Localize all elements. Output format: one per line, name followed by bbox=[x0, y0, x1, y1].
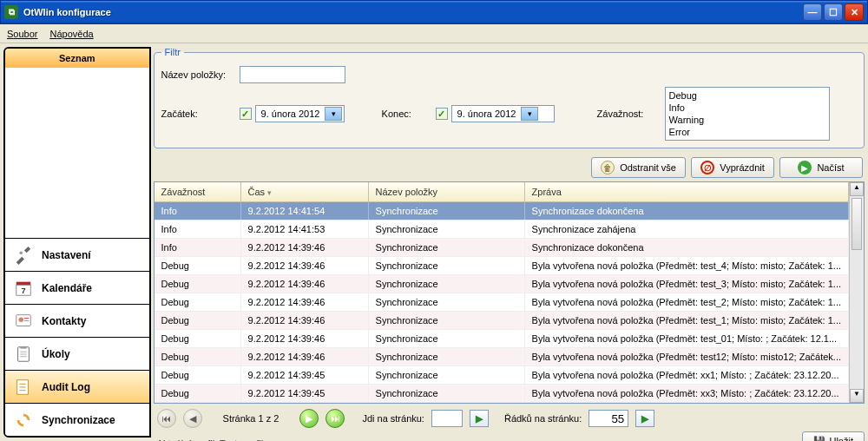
delete-all-button[interactable]: 🗑 Odstranit vše bbox=[591, 157, 686, 178]
pager-goto-button[interactable]: ▶ bbox=[470, 410, 489, 427]
cell-time: 9.2.2012 14:39:46 bbox=[241, 312, 369, 329]
filter-legend: Filtr bbox=[161, 47, 184, 57]
filter-name-input[interactable] bbox=[240, 66, 345, 83]
filter-end-value: 9. února 2012 bbox=[457, 109, 516, 119]
close-button[interactable]: ✕ bbox=[845, 3, 864, 21]
main: Filtr Název položky: Začátek: ✓ 9. února… bbox=[154, 47, 865, 438]
svg-rect-4 bbox=[16, 314, 31, 326]
pager-goto-input[interactable] bbox=[431, 410, 463, 427]
button-label: Odstranit vše bbox=[620, 162, 676, 173]
sidebar-item-nastaveni[interactable]: Nastavení bbox=[5, 238, 149, 271]
sidebar-item-kontakty[interactable]: Kontakty bbox=[5, 304, 149, 337]
sidebar-item-ukoly[interactable]: Úkoly bbox=[5, 337, 149, 370]
vertical-scrollbar[interactable]: ▲ ▼ bbox=[849, 182, 864, 403]
pager-rows-button[interactable]: ▶ bbox=[635, 410, 654, 427]
filter-severity-list[interactable]: Debug Info Warning Error bbox=[665, 87, 830, 141]
svg-text:7: 7 bbox=[21, 286, 25, 294]
table-row[interactable]: Debug9.2.2012 14:39:46SynchronizaceByla … bbox=[155, 293, 849, 312]
titlebar: ⧉ OtWlin konfigurace — ☐ ✕ bbox=[0, 0, 868, 24]
cell-message: Byla vytvořena nová položka (Předmět: te… bbox=[525, 330, 849, 347]
sync-icon bbox=[14, 411, 33, 430]
save-icon: 💾 bbox=[813, 436, 825, 442]
filter-severity-label: Závažnost: bbox=[597, 109, 665, 119]
filter-end-checkbox[interactable]: ✓ bbox=[436, 108, 448, 120]
sidebar-header[interactable]: Seznam bbox=[5, 49, 149, 68]
cell-message: Synchronizace dokončena bbox=[525, 202, 849, 220]
dropdown-icon[interactable]: ▾ bbox=[521, 107, 538, 121]
filter-name-label: Název položky: bbox=[161, 69, 240, 80]
cell-time: 9.2.2012 14:39:46 bbox=[241, 275, 369, 293]
table-row[interactable]: Debug9.2.2012 14:39:46SynchronizaceByla … bbox=[155, 330, 849, 348]
maximize-button[interactable]: ☐ bbox=[824, 3, 843, 21]
trash-icon: 🗑 bbox=[601, 161, 615, 174]
sidebar-item-label: Audit Log bbox=[42, 381, 90, 393]
load-button[interactable]: ▶ Načíst bbox=[779, 157, 863, 178]
scroll-up-icon[interactable]: ▲ bbox=[850, 182, 864, 196]
filter-start-checkbox[interactable]: ✓ bbox=[240, 108, 252, 120]
severity-option[interactable]: Debug bbox=[669, 89, 825, 102]
scroll-thumb[interactable] bbox=[852, 198, 862, 250]
dropdown-icon[interactable]: ▾ bbox=[325, 107, 342, 121]
save-button[interactable]: 💾 Uložit bbox=[802, 431, 865, 441]
col-name[interactable]: Název položky bbox=[369, 182, 525, 201]
sidebar-item-kalendare[interactable]: 7 Kalendáře bbox=[5, 271, 149, 304]
contact-icon bbox=[14, 312, 33, 331]
table-row[interactable]: Debug9.2.2012 14:39:46SynchronizaceByla … bbox=[155, 257, 849, 275]
sidebar-item-synchronizace[interactable]: Synchronizace bbox=[5, 403, 149, 436]
severity-option[interactable]: Error bbox=[669, 126, 825, 138]
table-row[interactable]: Debug9.2.2012 14:39:46SynchronizaceByla … bbox=[155, 312, 849, 330]
sidebar-item-label: Kontakty bbox=[42, 315, 86, 327]
col-message[interactable]: Zpráva bbox=[525, 182, 849, 201]
filter-end-date[interactable]: 9. února 2012 ▾ bbox=[451, 105, 556, 122]
cell-name: Synchronizace bbox=[369, 348, 525, 365]
sidebar-item-label: Kalendáře bbox=[42, 282, 92, 294]
menubar: Soubor Nápověda bbox=[0, 24, 868, 43]
cell-name: Synchronizace bbox=[369, 366, 525, 384]
minimize-button[interactable]: — bbox=[803, 3, 822, 21]
pager-rows-label: Řádků na stránku: bbox=[504, 413, 582, 424]
menu-napoveda[interactable]: Nápověda bbox=[49, 29, 93, 39]
cell-name: Synchronizace bbox=[369, 220, 525, 238]
menu-soubor[interactable]: Soubor bbox=[7, 29, 37, 39]
cell-name: Synchronizace bbox=[369, 202, 525, 220]
table-row[interactable]: Info9.2.2012 14:39:46SynchronizaceSynchr… bbox=[155, 239, 849, 257]
filter-start-date[interactable]: 9. února 2012 ▾ bbox=[255, 105, 345, 122]
button-label: Vyprázdnit bbox=[720, 162, 765, 173]
pager-next-button[interactable]: ▶ bbox=[299, 409, 319, 428]
pager-first-button[interactable]: ⏮ bbox=[157, 409, 176, 428]
clipboard-icon bbox=[14, 345, 33, 364]
table-row[interactable]: Debug9.2.2012 14:39:45SynchronizaceByla … bbox=[155, 366, 849, 385]
table-row[interactable]: Debug9.2.2012 14:39:45SynchronizaceByla … bbox=[155, 385, 849, 403]
sidebar-item-audit-log[interactable]: Audit Log bbox=[5, 370, 149, 403]
pager-rows-input[interactable] bbox=[589, 410, 628, 427]
filter-panel: Filtr Název položky: Začátek: ✓ 9. února… bbox=[154, 47, 865, 148]
cell-severity: Info bbox=[155, 239, 241, 256]
grid: Závažnost Čas Název položky Zpráva Info9… bbox=[154, 181, 865, 404]
cell-message: Synchronizace zahájena bbox=[525, 220, 849, 238]
scroll-down-icon[interactable]: ▼ bbox=[850, 389, 864, 403]
filter-end-label: Konec: bbox=[382, 109, 436, 119]
svg-rect-1 bbox=[16, 281, 31, 285]
pager-goto-label: Jdi na stránku: bbox=[362, 413, 424, 424]
severity-option[interactable]: Warning bbox=[669, 114, 825, 126]
svg-point-0 bbox=[19, 251, 23, 254]
button-label: Uložit bbox=[829, 436, 853, 441]
table-row[interactable]: Debug9.2.2012 14:39:46SynchronizaceByla … bbox=[155, 348, 849, 366]
cell-message: Byla vytvořena nová položka (Předmět: te… bbox=[525, 348, 849, 365]
severity-option[interactable]: Info bbox=[669, 102, 825, 114]
table-row[interactable]: Info9.2.2012 14:41:54SynchronizaceSynchr… bbox=[155, 202, 849, 220]
filter-start-value: 9. února 2012 bbox=[261, 109, 320, 119]
table-row[interactable]: Info9.2.2012 14:41:53SynchronizaceSynchr… bbox=[155, 220, 849, 239]
table-row[interactable]: Debug9.2.2012 14:39:46SynchronizaceByla … bbox=[155, 275, 849, 293]
col-time[interactable]: Čas bbox=[241, 182, 369, 201]
col-severity[interactable]: Závažnost bbox=[155, 182, 241, 201]
cell-message: Byla vytvořena nová položka (Předmět: xx… bbox=[525, 385, 849, 402]
cell-time: 9.2.2012 14:39:46 bbox=[241, 330, 369, 347]
pager-prev-button[interactable]: ◀ bbox=[183, 409, 202, 428]
pager-last-button[interactable]: ⏭ bbox=[326, 409, 345, 428]
cell-time: 9.2.2012 14:41:53 bbox=[241, 220, 369, 238]
cell-severity: Debug bbox=[155, 312, 241, 329]
log-icon bbox=[14, 378, 33, 397]
empty-button[interactable]: ∅ Vyprázdnit bbox=[691, 157, 774, 178]
pager-page-text: Stránka 1 z 2 bbox=[223, 413, 279, 424]
